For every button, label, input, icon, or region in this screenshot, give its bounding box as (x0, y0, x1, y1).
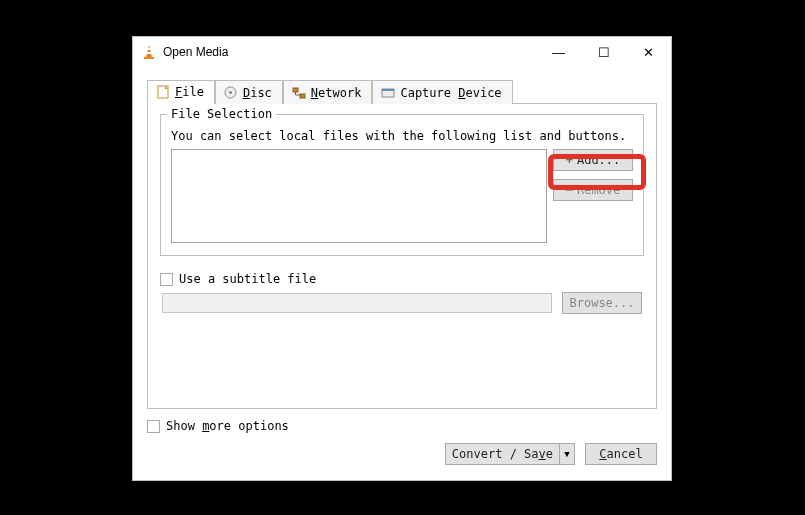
network-icon (292, 86, 306, 100)
tab-bar: File Disc Network Capture Device (147, 79, 657, 104)
maximize-button[interactable]: ☐ (581, 37, 626, 67)
file-selection-hint: You can select local files with the foll… (171, 129, 633, 143)
plus-icon: + (566, 153, 573, 167)
remove-button-label: Remove (577, 183, 620, 197)
tab-disc[interactable]: Disc (215, 80, 283, 104)
cancel-button[interactable]: Cancel (585, 443, 657, 465)
subtitle-path-field (162, 293, 552, 313)
convert-save-button[interactable]: Convert / Save (445, 443, 559, 465)
disc-icon (224, 86, 238, 100)
vlc-cone-icon (141, 44, 157, 60)
svg-rect-2 (147, 52, 152, 54)
file-panel: File Selection You can select local file… (147, 104, 657, 409)
svg-rect-9 (300, 94, 305, 98)
convert-save-split-button: Convert / Save ▼ (445, 443, 575, 465)
convert-save-label: Convert / Save (452, 447, 553, 461)
chevron-down-icon: ▼ (564, 449, 569, 459)
subtitle-checkbox-row: Use a subtitle file (160, 272, 644, 286)
file-selection-fieldset: File Selection You can select local file… (160, 114, 644, 256)
close-button[interactable]: ✕ (626, 37, 671, 67)
convert-save-dropdown[interactable]: ▼ (559, 443, 575, 465)
tab-file-label: File (175, 85, 204, 99)
tab-disc-label: Disc (243, 86, 272, 100)
browse-button[interactable]: Browse... (562, 292, 642, 314)
show-more-options-row: Show more options (147, 419, 657, 433)
tab-network-label: Network (311, 86, 362, 100)
file-list[interactable] (171, 149, 547, 243)
titlebar: Open Media — ☐ ✕ (133, 37, 671, 67)
svg-rect-1 (147, 48, 151, 50)
content-area: File Disc Network Capture Device (133, 67, 671, 419)
window-buttons: — ☐ ✕ (536, 37, 671, 67)
tab-network[interactable]: Network (283, 80, 373, 104)
show-more-options-label: Show more options (166, 419, 289, 433)
svg-rect-3 (144, 57, 154, 59)
file-icon (156, 85, 170, 99)
file-selection-legend: File Selection (167, 107, 276, 121)
cancel-button-label: Cancel (599, 447, 642, 461)
tab-capture-label: Capture Device (400, 86, 501, 100)
add-button[interactable]: + Add... (553, 149, 633, 171)
minus-icon: — (566, 183, 573, 197)
dialog-footer: Show more options Convert / Save ▼ Cance… (133, 419, 671, 477)
svg-rect-11 (382, 89, 394, 91)
tab-file[interactable]: File (147, 80, 215, 104)
browse-button-label: Browse... (569, 296, 634, 310)
svg-point-7 (229, 91, 232, 94)
minimize-button[interactable]: — (536, 37, 581, 67)
subtitle-checkbox-label: Use a subtitle file (179, 272, 316, 286)
tab-capture-device[interactable]: Capture Device (372, 80, 512, 104)
window-title: Open Media (163, 45, 228, 59)
remove-button[interactable]: — Remove (553, 179, 633, 201)
svg-marker-0 (146, 45, 152, 57)
capture-device-icon (381, 86, 395, 100)
svg-rect-8 (293, 88, 298, 92)
add-button-label: Add... (577, 153, 620, 167)
show-more-options-checkbox[interactable] (147, 420, 160, 433)
open-media-dialog: Open Media — ☐ ✕ File Disc (132, 36, 672, 481)
subtitle-checkbox[interactable] (160, 273, 173, 286)
